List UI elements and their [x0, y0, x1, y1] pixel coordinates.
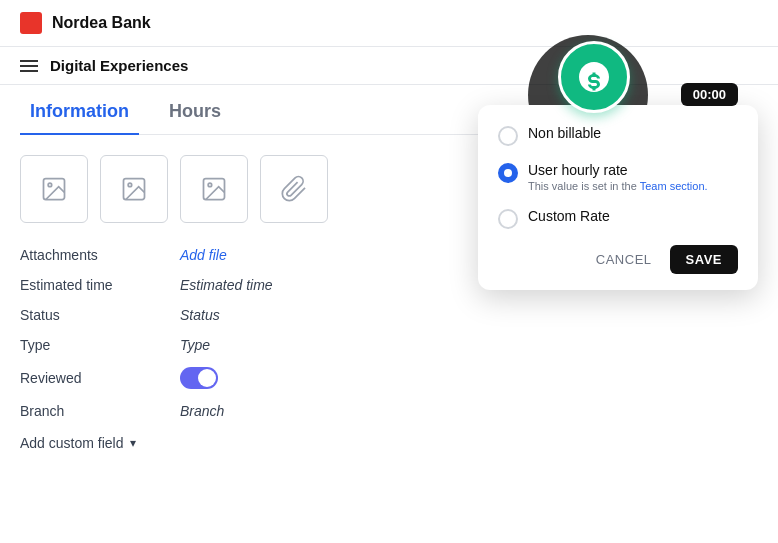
radio-label-user-hourly: User hourly rate — [528, 162, 708, 178]
field-status: Status Status — [20, 307, 758, 323]
image-placeholder-3[interactable] — [180, 155, 248, 223]
popup-actions: CANCEL SAVE — [498, 245, 738, 274]
field-value-status[interactable]: Status — [180, 307, 220, 323]
field-value-type[interactable]: Type — [180, 337, 210, 353]
timer-value: 00:00 — [681, 83, 738, 106]
field-label-attachments: Attachments — [20, 247, 180, 263]
field-label-estimated-time: Estimated time — [20, 277, 180, 293]
cancel-button[interactable]: CANCEL — [588, 245, 660, 274]
navbar: Digital Experiences — [0, 47, 778, 85]
add-custom-field-button[interactable]: Add custom field ▾ — [20, 435, 758, 451]
attachment-placeholder[interactable] — [260, 155, 328, 223]
radio-custom-rate[interactable]: Custom Rate — [498, 208, 738, 229]
image-icon-3 — [200, 175, 228, 203]
dollar-circle-icon[interactable] — [558, 41, 630, 113]
svg-point-1 — [48, 183, 52, 187]
svg-point-5 — [208, 183, 212, 187]
billing-button[interactable] — [558, 41, 630, 113]
radio-label-custom-rate: Custom Rate — [528, 208, 610, 224]
tab-information[interactable]: Information — [20, 85, 139, 134]
field-value-branch[interactable]: Branch — [180, 403, 224, 419]
dollar-sign-icon — [576, 59, 612, 95]
field-label-reviewed: Reviewed — [20, 370, 180, 386]
tab-hours[interactable]: Hours — [159, 85, 231, 134]
field-label-branch: Branch — [20, 403, 180, 419]
image-placeholder-2[interactable] — [100, 155, 168, 223]
nav-title: Digital Experiences — [50, 57, 188, 74]
field-value-estimated-time[interactable]: Estimated time — [180, 277, 273, 293]
field-label-status: Status — [20, 307, 180, 323]
radio-outer-custom-rate — [498, 209, 518, 229]
save-button[interactable]: SAVE — [670, 245, 738, 274]
image-icon-2 — [120, 175, 148, 203]
radio-user-hourly[interactable]: User hourly rate This value is set in th… — [498, 162, 738, 192]
radio-sublabel-user-hourly: This value is set in the Team section. — [528, 180, 708, 192]
radio-label-non-billable: Non billable — [528, 125, 601, 141]
logo-text: Nordea Bank — [52, 14, 151, 32]
header: Nordea Bank — [0, 0, 778, 47]
add-custom-field-label: Add custom field — [20, 435, 124, 451]
image-icon-1 — [40, 175, 68, 203]
chevron-down-icon: ▾ — [130, 436, 136, 450]
field-reviewed: Reviewed — [20, 367, 758, 389]
billing-popup: Non billable User hourly rate This value… — [478, 105, 758, 290]
image-placeholder-1[interactable] — [20, 155, 88, 223]
team-section-link[interactable]: Team section. — [640, 180, 708, 192]
nordea-logo-icon — [20, 12, 42, 34]
reviewed-toggle[interactable] — [180, 367, 218, 389]
radio-outer-user-hourly — [498, 163, 518, 183]
field-branch: Branch Branch — [20, 403, 758, 419]
paperclip-icon — [280, 175, 308, 203]
radio-non-billable[interactable]: Non billable — [498, 125, 738, 146]
field-value-attachments[interactable]: Add file — [180, 247, 227, 263]
radio-outer-non-billable — [498, 126, 518, 146]
main-content: 00:00 Information Hours — [0, 85, 778, 451]
field-type: Type Type — [20, 337, 758, 353]
hamburger-icon[interactable] — [20, 60, 38, 72]
field-label-type: Type — [20, 337, 180, 353]
svg-point-3 — [128, 183, 132, 187]
